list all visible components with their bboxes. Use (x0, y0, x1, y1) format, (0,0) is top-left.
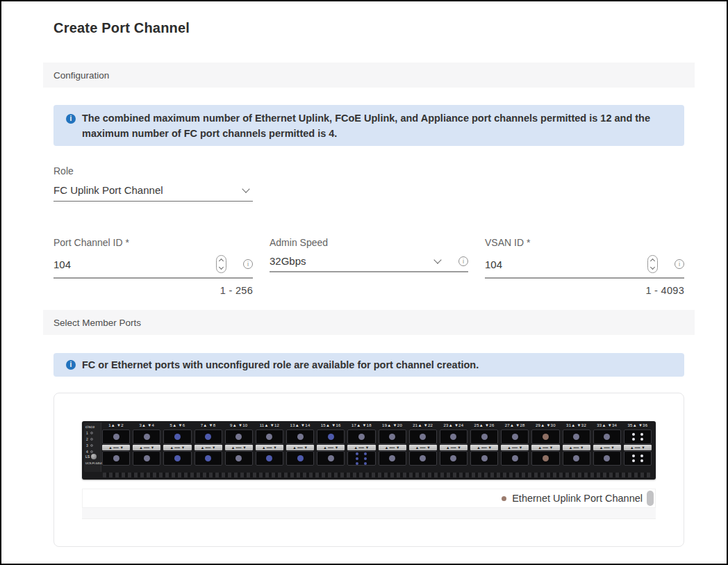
port-36[interactable] (624, 451, 652, 466)
port-status-dot-icon (573, 455, 579, 461)
port-19[interactable] (379, 429, 406, 444)
port-1[interactable] (102, 429, 130, 444)
info-icon (66, 114, 76, 124)
model-label: UCS-FI-6454 (85, 461, 102, 465)
port-channel-id-field: Port Channel ID * 104 1 - 256 (53, 237, 253, 296)
cage-latch: ▲ ▪▪▪▪ ▼ (501, 445, 529, 450)
port-pair-label: 7▲ ▼8 (194, 423, 223, 429)
port-27[interactable] (501, 429, 529, 444)
led-icon (90, 432, 93, 434)
port-pair-35-36: 35▲ ▼36▲ ▪▪▪▪ ▼ (623, 423, 652, 472)
port-14[interactable] (286, 451, 314, 466)
port-pair-3-4: 3▲ ▼4▲ ▪▪▪▪ ▼ (132, 423, 161, 472)
port-18[interactable] (347, 451, 375, 466)
section-select-member-ports: Select Member Ports (43, 310, 695, 335)
port-30[interactable] (531, 451, 559, 466)
port-status-dot-icon (389, 434, 395, 440)
port-channel-id-input[interactable]: 104 (53, 255, 253, 279)
port-pair-label: 3▲ ▼4 (132, 423, 161, 429)
info-icon[interactable] (243, 259, 253, 269)
legend-strip: Ethernet Uplink Port Channel (82, 489, 656, 508)
status-led: 2 (86, 437, 93, 441)
port-status-dot-icon (512, 434, 518, 440)
port-5[interactable] (163, 429, 191, 444)
beacon-led-icon (91, 454, 97, 459)
port-pair-11-12: 11▲ ▼12▲ ▪▪▪▪ ▼ (255, 423, 284, 472)
port-26[interactable] (470, 451, 498, 466)
cage-latch: ▲ ▪▪▪▪ ▼ (256, 445, 283, 450)
port-status-dot-icon (450, 434, 456, 440)
status-led-column: 1234 (86, 431, 93, 454)
port-status-dot-icon (512, 455, 518, 461)
port-channel-id-value: 104 (53, 259, 216, 270)
port-17[interactable] (347, 429, 375, 444)
port-status-dot-icon (481, 455, 488, 461)
port-status-dot-icon (113, 434, 119, 440)
vsan-id-stepper[interactable] (647, 255, 658, 273)
port-20[interactable] (379, 451, 406, 466)
port-pair-7-8: 7▲ ▼8▲ ▪▪▪▪ ▼ (194, 423, 223, 472)
cage-latch: ▲ ▪▪▪▪ ▼ (102, 445, 130, 450)
availability-info-banner: FC or Ethernet ports with unconfigured r… (53, 353, 684, 377)
port-12[interactable] (256, 451, 283, 466)
port-33[interactable] (593, 429, 621, 444)
port-pair-label: 17▲ ▼18 (347, 423, 376, 429)
port-pair-33-34: 33▲ ▼34▲ ▪▪▪▪ ▼ (593, 423, 622, 472)
port-channel-id-stepper[interactable] (216, 255, 226, 273)
info-icon[interactable] (458, 256, 468, 266)
port-23[interactable] (440, 429, 468, 444)
step-down-icon[interactable] (650, 265, 655, 270)
port-7[interactable] (195, 429, 222, 444)
port-22[interactable] (409, 451, 437, 466)
port-31[interactable] (563, 429, 590, 444)
step-up-icon[interactable] (219, 259, 224, 263)
status-led: 1 (86, 431, 93, 435)
port-pair-label: 31▲ ▼32 (562, 423, 591, 429)
port-35[interactable] (624, 429, 652, 444)
port-status-dot-icon (144, 455, 150, 461)
step-up-icon[interactable] (650, 259, 655, 263)
port-4[interactable] (133, 451, 160, 466)
port-16[interactable] (317, 451, 345, 466)
scrollbar-thumb[interactable] (647, 491, 654, 506)
port-pair-label: 27▲ ▼28 (500, 423, 529, 429)
port-2[interactable] (102, 451, 130, 466)
port-32[interactable] (563, 451, 590, 466)
port-29[interactable] (531, 429, 559, 444)
role-select[interactable]: FC Uplink Port Channel (53, 184, 253, 202)
port-status-dot-icon (543, 434, 549, 440)
info-icon[interactable] (675, 259, 684, 269)
port-25[interactable] (470, 429, 498, 444)
port-pair-label: 15▲ ▼16 (316, 423, 345, 429)
port-status-dot-icon (297, 434, 304, 440)
port-status-dot-icon (113, 455, 119, 461)
port-34[interactable] (593, 451, 621, 466)
cage-latch: ▲ ▪▪▪▪ ▼ (624, 445, 652, 450)
port-11[interactable] (256, 429, 283, 444)
admin-speed-label: Admin Speed (270, 237, 468, 248)
port-21[interactable] (409, 429, 437, 444)
port-pair-label: 9▲ ▼10 (224, 423, 254, 429)
port-15[interactable] (317, 429, 345, 444)
port-status-dot-icon (235, 434, 242, 440)
legend-label: Ethernet Uplink Port Channel (512, 493, 643, 504)
port-8[interactable] (195, 451, 222, 466)
led-icon (90, 444, 93, 447)
step-down-icon[interactable] (219, 265, 224, 270)
chevron-down-icon (242, 185, 249, 193)
admin-speed-select[interactable]: 32Gbps (270, 255, 468, 272)
port-pair-label: 1▲ ▼2 (101, 423, 131, 429)
port-13[interactable] (286, 429, 314, 444)
port-24[interactable] (440, 451, 468, 466)
port-28[interactable] (501, 451, 529, 466)
cage-latch: ▲ ▪▪▪▪ ▼ (195, 445, 222, 450)
vsan-id-input[interactable]: 104 (485, 255, 684, 279)
port-3[interactable] (133, 429, 160, 444)
port-6[interactable] (163, 451, 191, 466)
port-10[interactable] (225, 451, 253, 466)
port-9[interactable] (225, 429, 253, 444)
port-status-dot-icon (420, 455, 426, 461)
cage-latch: ▲ ▪▪▪▪ ▼ (470, 445, 498, 450)
port-channel-id-range: 1 - 256 (53, 285, 253, 296)
port-pair-label: 33▲ ▼34 (593, 423, 622, 429)
